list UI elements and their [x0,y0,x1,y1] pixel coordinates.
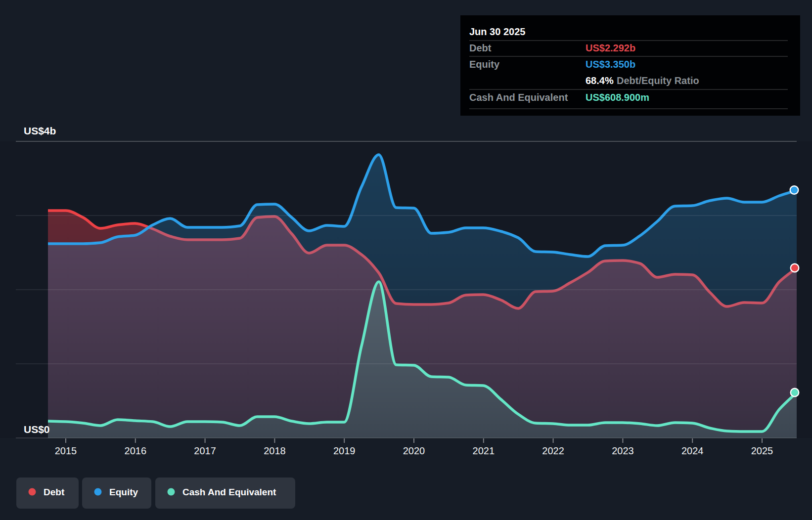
svg-text:Cash And Equivalent: Cash And Equivalent [182,487,276,497]
svg-text:2018: 2018 [264,445,286,456]
svg-text:US$3.350b: US$3.350b [586,59,635,70]
svg-text:US$608.900m: US$608.900m [586,92,649,103]
svg-text:2024: 2024 [681,445,704,456]
svg-text:Cash And Equivalent: Cash And Equivalent [469,92,568,103]
svg-text:Jun 30 2025: Jun 30 2025 [469,26,525,37]
svg-text:2019: 2019 [333,445,356,456]
svg-text:US$4b: US$4b [24,125,56,136]
svg-text:2020: 2020 [403,445,425,456]
svg-text:US$2.292b: US$2.292b [586,43,635,53]
svg-text:US$0: US$0 [24,424,50,435]
svg-text:2021: 2021 [473,445,495,456]
svg-text:2017: 2017 [194,445,216,456]
svg-text:2016: 2016 [125,445,147,456]
svg-text:2023: 2023 [612,445,634,456]
svg-text:Debt/Equity Ratio: Debt/Equity Ratio [617,75,699,86]
svg-text:2025: 2025 [751,445,773,456]
svg-text:68.4%: 68.4% [586,75,614,86]
svg-text:Equity: Equity [109,487,138,497]
svg-text:Debt: Debt [469,43,492,53]
svg-text:Equity: Equity [469,59,500,70]
svg-text:2022: 2022 [542,445,564,456]
svg-text:Debt: Debt [44,487,65,497]
svg-text:2015: 2015 [55,445,77,456]
